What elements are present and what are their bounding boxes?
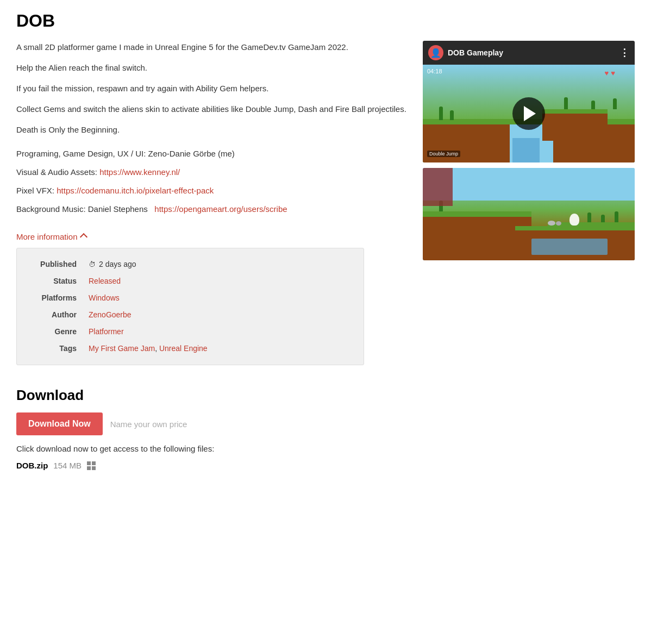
download-heading: Download	[16, 387, 406, 404]
author-value: ZenoGoerbe	[81, 307, 354, 323]
status-value: Released	[81, 273, 354, 290]
video-header-left: 👤 DOB Gameplay	[428, 45, 503, 60]
avatar: 👤	[428, 45, 443, 60]
play-button[interactable]	[512, 97, 545, 130]
video-header: 👤 DOB Gameplay ⋮	[423, 41, 635, 65]
author-label: Author	[27, 307, 81, 323]
svg-rect-0	[87, 461, 91, 465]
windows-icon	[87, 461, 96, 470]
description-section: A small 2D platformer game I made in Unr…	[16, 41, 406, 136]
click-info-text: Click download now to get access to the …	[16, 444, 406, 453]
page-title: DOB	[16, 11, 635, 31]
credits-visual-label: Visual & Audio Assets:	[16, 167, 97, 177]
download-row: Download Now Name your own price	[16, 412, 406, 435]
play-triangle-icon	[524, 106, 536, 121]
screenshot	[423, 168, 635, 260]
desc-line-1: A small 2D platformer game I made in Unr…	[16, 41, 406, 54]
platforms-link[interactable]: Windows	[89, 293, 120, 302]
credits-music-label: Background Music: Daniel Stephens	[16, 204, 148, 214]
credits-pixel-label: Pixel VFX:	[16, 186, 54, 195]
right-column: 👤 DOB Gameplay ⋮	[423, 41, 635, 260]
genre-link[interactable]: Platformer	[89, 327, 124, 336]
clock-icon: ⏱	[89, 259, 96, 270]
genre-label: Genre	[27, 323, 81, 340]
hearts: ♥ ♥	[604, 68, 615, 77]
status-label: Status	[27, 273, 81, 290]
published-label: Published	[27, 256, 81, 273]
published-text: 2 days ago	[99, 259, 136, 270]
credits-music-link[interactable]: https://opengameart.org/users/scribe	[154, 204, 287, 214]
video-gameplay-area: 04:18 ♥ ♥ Double Jump	[423, 65, 635, 162]
published-row: Published ⏱ 2 days ago	[27, 256, 354, 273]
svg-rect-3	[92, 466, 96, 470]
platforms-row: Platforms Windows	[27, 290, 354, 307]
download-section: Download Download Now Name your own pric…	[16, 387, 406, 470]
author-row: Author ZenoGoerbe	[27, 307, 354, 323]
author-link[interactable]: ZenoGoerbe	[89, 310, 132, 319]
status-row: Status Released	[27, 273, 354, 290]
main-layout: A small 2D platformer game I made in Unr…	[16, 41, 635, 470]
video-options-icon[interactable]: ⋮	[619, 47, 629, 59]
video-timer: 04:18	[427, 68, 442, 74]
genre-row: Genre Platformer	[27, 323, 354, 340]
file-name: DOB.zip	[16, 461, 48, 470]
file-row: DOB.zip 154 MB	[16, 461, 406, 470]
svg-rect-2	[87, 466, 91, 470]
tag2-link[interactable]: Unreal Engine	[159, 344, 208, 353]
credits-visual: Visual & Audio Assets: https://www.kenne…	[16, 166, 406, 179]
credits-visual-link[interactable]: https://www.kenney.nl/	[99, 167, 180, 177]
svg-rect-1	[92, 461, 96, 465]
double-jump-label: Double Jump	[427, 151, 460, 157]
desc-line-4: Collect Gems and switch the aliens skin …	[16, 103, 406, 116]
more-info-label: More information	[16, 232, 78, 241]
tag1-link[interactable]: My First Game Jam	[89, 344, 155, 353]
status-link[interactable]: Released	[89, 277, 121, 285]
chevron-up-icon	[79, 233, 87, 241]
left-column: A small 2D platformer game I made in Unr…	[16, 41, 406, 470]
tags-row: Tags My First Game Jam, Unreal Engine	[27, 340, 354, 357]
file-size: 154 MB	[53, 461, 82, 470]
tag-separator: ,	[155, 344, 159, 353]
tags-label: Tags	[27, 340, 81, 357]
genre-value: Platformer	[81, 323, 354, 340]
credits-pixel-link[interactable]: https://codemanu.itch.io/pixelart-effect…	[57, 186, 214, 195]
desc-line-5: Death is Only the Beginning.	[16, 123, 406, 136]
platforms-value: Windows	[81, 290, 354, 307]
credits-music: Background Music: Daniel Stephens https:…	[16, 203, 406, 216]
video-title: DOB Gameplay	[448, 48, 503, 57]
tags-value: My First Game Jam, Unreal Engine	[81, 340, 354, 357]
credits-pixel: Pixel VFX: https://codemanu.itch.io/pixe…	[16, 184, 406, 197]
platforms-label: Platforms	[27, 290, 81, 307]
desc-line-3: If you fail the mission, respawn and try…	[16, 82, 406, 95]
download-now-button[interactable]: Download Now	[16, 412, 103, 435]
credits-programming: Programing, Game Design, UX / UI: Zeno-D…	[16, 147, 406, 160]
name-your-price-label: Name your own price	[110, 420, 187, 429]
video-thumbnail[interactable]: 👤 DOB Gameplay ⋮	[423, 41, 635, 162]
credits-section: Programing, Game Design, UX / UI: Zeno-D…	[16, 147, 406, 216]
info-table: Published ⏱ 2 days ago Status Released	[16, 248, 364, 365]
desc-line-2: Help the Alien reach the final switch.	[16, 61, 406, 74]
more-info-toggle[interactable]: More information	[16, 232, 86, 241]
published-value: ⏱ 2 days ago	[81, 256, 354, 273]
